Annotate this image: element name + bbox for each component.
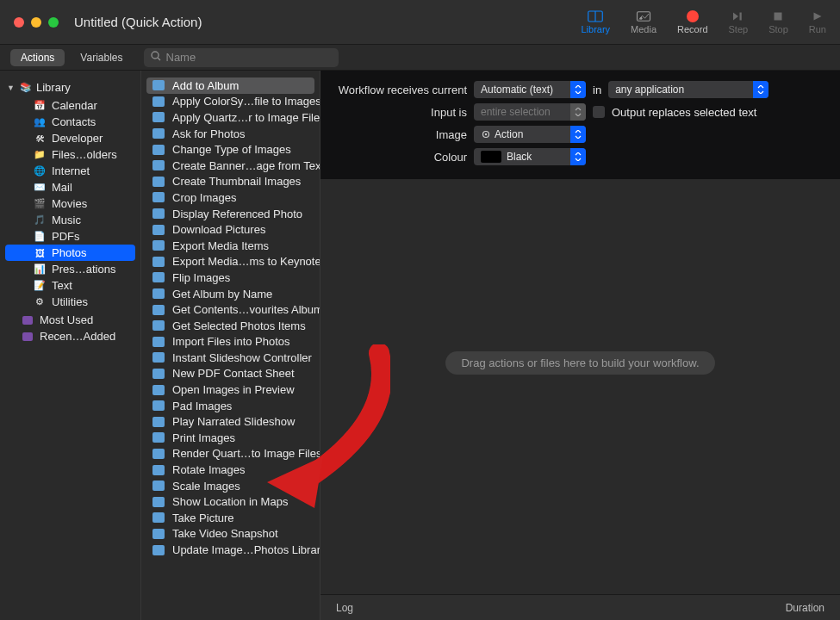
- action-label: Play Narrated Slideshow: [172, 415, 295, 428]
- record-toolbar-button[interactable]: Record: [677, 10, 707, 34]
- action-item[interactable]: Apply ColorSy…file to Images: [146, 94, 314, 110]
- action-icon: [152, 111, 165, 123]
- sidebar-item-photos[interactable]: 🖼Photos: [5, 245, 135, 261]
- sidebar-item-pdfs[interactable]: 📄PDFs: [5, 228, 135, 245]
- input-is-dropdown: entire selection: [474, 103, 586, 121]
- action-icon: [152, 384, 165, 396]
- action-item[interactable]: Flip Images: [146, 270, 314, 286]
- action-item[interactable]: Open Images in Preview: [146, 381, 314, 398]
- action-item[interactable]: Ask for Photos: [146, 126, 314, 142]
- receives-dropdown[interactable]: Automatic (text): [474, 81, 586, 98]
- action-label: Instant Slideshow Controller: [172, 351, 312, 364]
- action-item[interactable]: Get Selected Photos Items: [146, 318, 314, 334]
- workflow-options: Workflow receives current Automatic (tex…: [320, 71, 840, 179]
- action-item[interactable]: Scale Images: [146, 478, 314, 494]
- action-item[interactable]: Take Video Snapshot: [146, 526, 314, 542]
- sidebar-item-files-olders[interactable]: 📁Files…olders: [5, 146, 135, 163]
- sidebar-smart-recen-added[interactable]: Recen…Added: [5, 328, 135, 344]
- media-toolbar-button[interactable]: Media: [631, 10, 656, 34]
- action-item[interactable]: Export Media Items: [146, 238, 314, 254]
- action-item[interactable]: Instant Slideshow Controller: [146, 350, 314, 366]
- minimize-icon[interactable]: [31, 17, 41, 28]
- action-item[interactable]: New PDF Contact Sheet: [146, 366, 314, 382]
- stop-toolbar-button[interactable]: Stop: [768, 10, 788, 34]
- colour-dropdown[interactable]: Black: [474, 148, 586, 165]
- output-replaces-checkbox[interactable]: [593, 106, 605, 118]
- action-icon: [152, 96, 165, 108]
- search-input[interactable]: Name: [144, 48, 339, 67]
- log-label[interactable]: Log: [336, 602, 353, 614]
- action-item[interactable]: Create Banner…age from Text: [146, 158, 314, 174]
- tab-variables[interactable]: Variables: [70, 49, 133, 66]
- sidebar-item-utilities[interactable]: ⚙Utilities: [5, 294, 135, 310]
- in-dropdown[interactable]: any application: [608, 81, 768, 98]
- action-item[interactable]: Show Location in Maps: [146, 493, 314, 510]
- action-item[interactable]: Crop Images: [146, 189, 314, 206]
- sidebar-item-movies[interactable]: 🎬Movies: [5, 195, 135, 212]
- action-label: Get Contents…vourites Album: [172, 303, 320, 316]
- library-header[interactable]: ▼ 📚 Library: [5, 78, 135, 97]
- sidebar-item-label: Developer: [52, 132, 103, 145]
- action-item[interactable]: Get Album by Name: [146, 286, 314, 302]
- action-label: Create Thumbnail Images: [172, 175, 301, 188]
- action-icon: [152, 351, 165, 363]
- action-icon: [152, 512, 165, 524]
- image-dropdown[interactable]: Action: [474, 126, 586, 143]
- sidebar-item-developer[interactable]: 🛠Developer: [5, 130, 135, 146]
- sidebar-item-internet[interactable]: 🌐Internet: [5, 163, 135, 179]
- action-label: Apply ColorSy…file to Images: [172, 95, 320, 108]
- svg-rect-5: [775, 12, 782, 20]
- action-label: Open Images in Preview: [172, 383, 295, 396]
- action-item[interactable]: Print Images: [146, 430, 314, 446]
- action-item[interactable]: Update Image…Photos Library: [146, 542, 314, 558]
- action-label: Get Selected Photos Items: [172, 319, 306, 332]
- action-item[interactable]: Change Type of Images: [146, 141, 314, 158]
- action-label: Download Pictures: [172, 223, 265, 236]
- colour-label: Colour: [334, 151, 467, 164]
- sidebar-item-text[interactable]: 📝Text: [5, 277, 135, 294]
- close-icon[interactable]: [14, 17, 24, 28]
- workflow-canvas[interactable]: Drag actions or files here to build your…: [320, 179, 840, 594]
- action-item[interactable]: Get Contents…vourites Album: [146, 301, 314, 318]
- sidebar-item-label: Music: [52, 214, 81, 226]
- action-item[interactable]: Render Quart…to Image Files: [146, 446, 314, 462]
- action-item[interactable]: Rotate Images: [146, 462, 314, 478]
- action-item[interactable]: Import Files into Photos: [146, 334, 314, 350]
- sidebar-smart-most-used[interactable]: Most Used: [5, 312, 135, 328]
- library-toolbar-button[interactable]: Library: [581, 10, 610, 34]
- action-item[interactable]: Download Pictures: [146, 221, 314, 238]
- sidebar-item-pres-ations[interactable]: 📊Pres…ations: [5, 261, 135, 277]
- action-item[interactable]: Apply Quartz…r to Image Files: [146, 109, 314, 126]
- action-label: Crop Images: [172, 191, 236, 204]
- action-item[interactable]: Take Picture: [146, 510, 314, 526]
- svg-point-9: [485, 133, 487, 135]
- record-icon: [687, 10, 699, 22]
- sidebar-item-icon: ✉️: [33, 182, 47, 194]
- colour-swatch: [481, 151, 501, 163]
- action-item[interactable]: Play Narrated Slideshow: [146, 413, 314, 430]
- tab-actions[interactable]: Actions: [10, 49, 65, 66]
- sidebar-item-label: Contacts: [52, 115, 96, 128]
- input-is-label: Input is: [334, 106, 467, 119]
- action-item[interactable]: Add to Album: [146, 78, 314, 94]
- sidebar-item-music[interactable]: 🎵Music: [5, 212, 135, 228]
- sidebar-item-icon: 🌐: [33, 165, 47, 177]
- action-item[interactable]: Create Thumbnail Images: [146, 174, 314, 190]
- action-item[interactable]: Pad Images: [146, 398, 314, 414]
- sidebar-item-contacts[interactable]: 👥Contacts: [5, 114, 135, 130]
- action-icon: [152, 368, 165, 380]
- sidebar-item-calendar[interactable]: 📅Calendar: [5, 97, 135, 114]
- run-toolbar-button[interactable]: Run: [809, 10, 826, 34]
- step-toolbar-button[interactable]: Step: [729, 10, 749, 34]
- action-label: Add to Album: [172, 79, 239, 92]
- zoom-icon[interactable]: [48, 17, 59, 28]
- action-item[interactable]: Display Referenced Photo: [146, 206, 314, 222]
- action-icon: [152, 159, 165, 171]
- action-icon: [152, 528, 165, 540]
- sidebar-item-label: Pres…ations: [52, 263, 115, 276]
- sidebar-item-mail[interactable]: ✉️Mail: [5, 179, 135, 195]
- run-toolbar-label: Run: [809, 24, 826, 34]
- actions-list: Add to AlbumApply ColorSy…file to Images…: [141, 71, 320, 620]
- action-item[interactable]: Export Media…ms to Keynote: [146, 254, 314, 270]
- input-is-value: entire selection: [481, 106, 551, 118]
